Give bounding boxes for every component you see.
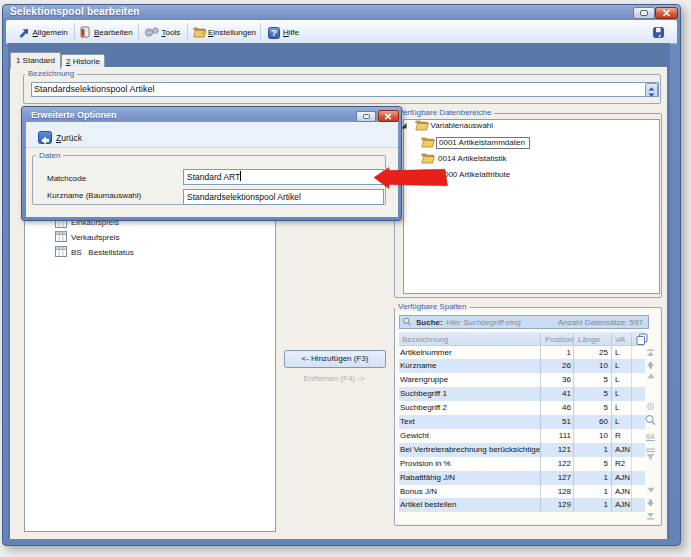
svg-text:?: ?: [271, 27, 277, 38]
